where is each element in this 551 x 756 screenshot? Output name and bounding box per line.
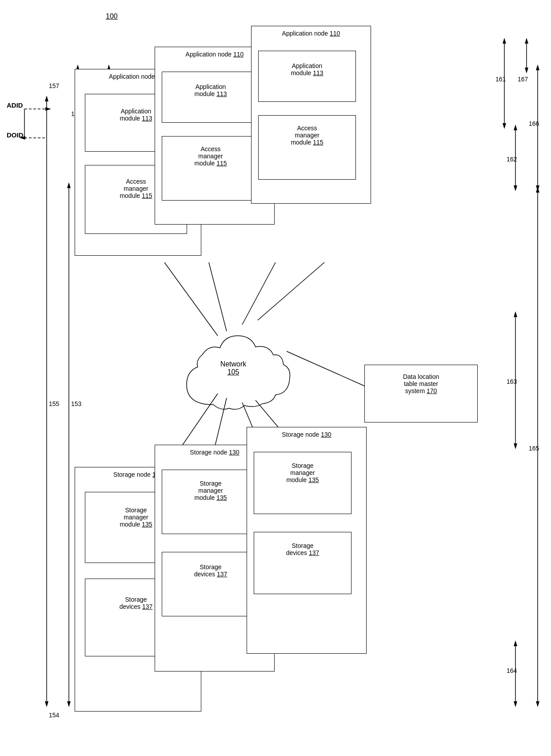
storage-manager-label-3: Storagemanagermodule 135 <box>254 462 351 483</box>
ref-154: 154 <box>49 712 59 719</box>
access-manager-box-2: Accessmanagermodule 115 <box>162 136 260 201</box>
app-module-box-2: Applicationmodule 113 <box>162 72 260 123</box>
svg-marker-40 <box>536 187 539 193</box>
data-location-box: Data locationtable mastersystem 170 <box>364 365 478 422</box>
storage-devices-box-2: Storagedevices 137 <box>162 552 260 616</box>
svg-line-48 <box>287 351 367 387</box>
svg-marker-34 <box>536 64 539 70</box>
ref-167: 167 <box>518 76 528 83</box>
doid-text: DOID <box>7 131 24 139</box>
app-module-label-2: Applicationmodule 113 <box>162 83 259 97</box>
storage-node-label-3: Storage node 130 <box>247 431 366 438</box>
svg-marker-27 <box>514 185 517 191</box>
ref-165: 165 <box>529 445 539 452</box>
svg-marker-42 <box>514 701 517 707</box>
data-location-label: Data locationtable mastersystem 170 <box>365 373 477 394</box>
access-manager-box-3: Accessmanagermodule 115 <box>258 115 356 180</box>
storage-manager-box-2: Storagemanagermodule 135 <box>162 470 260 534</box>
svg-marker-5 <box>45 96 48 101</box>
svg-marker-8 <box>67 182 71 188</box>
storage-manager-label-2: Storagemanagermodule 135 <box>162 480 259 501</box>
adid-text: ADID <box>7 101 23 109</box>
storage-devices-label-3: Storagedevices 137 <box>254 542 351 556</box>
app-node-box-3: Application node 110 Applicationmodule 1… <box>251 26 371 204</box>
svg-marker-19 <box>45 107 51 111</box>
access-manager-label-3: Accessmanagermodule 115 <box>259 125 355 146</box>
svg-marker-31 <box>525 38 528 44</box>
title-number: 100 <box>106 12 118 20</box>
svg-marker-4 <box>45 701 48 707</box>
svg-marker-30 <box>525 68 528 73</box>
ref-162: 162 <box>507 156 517 163</box>
title-label: 100 <box>106 12 118 20</box>
ref-155: 155 <box>49 400 59 407</box>
network-cloud: Network 105 <box>169 320 298 422</box>
app-node-label-3: Application node 110 <box>252 30 371 37</box>
storage-devices-box-3: Storagedevices 137 <box>254 532 351 594</box>
storage-node-box-3: Storage node 130 Storagemanagermodule 13… <box>247 427 367 654</box>
svg-marker-37 <box>514 311 517 317</box>
ref-157: 157 <box>49 82 59 89</box>
network-label: Network 105 <box>169 360 298 376</box>
svg-line-47 <box>258 262 324 320</box>
svg-marker-25 <box>503 38 506 44</box>
ref-166: 166 <box>529 120 539 127</box>
diagram: 100 ADID DOID 157 152 151 153 155 154 16… <box>0 0 551 756</box>
storage-devices-label-2: Storagedevices 137 <box>162 563 259 578</box>
svg-marker-33 <box>536 185 539 191</box>
adid-label: ADID <box>7 101 23 109</box>
svg-marker-7 <box>67 701 71 707</box>
access-manager-label-2: Accessmanagermodule 115 <box>162 145 259 167</box>
svg-marker-36 <box>514 443 517 449</box>
svg-line-46 <box>242 262 276 325</box>
svg-marker-28 <box>514 125 517 130</box>
app-module-label-3: Applicationmodule 113 <box>259 62 355 76</box>
svg-marker-43 <box>514 640 517 646</box>
svg-marker-24 <box>503 123 506 129</box>
svg-marker-39 <box>536 701 539 707</box>
doid-label: DOID <box>7 131 24 139</box>
ref-153: 153 <box>71 400 81 407</box>
app-module-box-3: Applicationmodule 113 <box>258 51 356 102</box>
ref-161: 161 <box>495 76 506 83</box>
ref-163: 163 <box>507 378 517 385</box>
storage-manager-box-3: Storagemanagermodule 135 <box>254 452 351 514</box>
ref-164: 164 <box>507 667 517 674</box>
